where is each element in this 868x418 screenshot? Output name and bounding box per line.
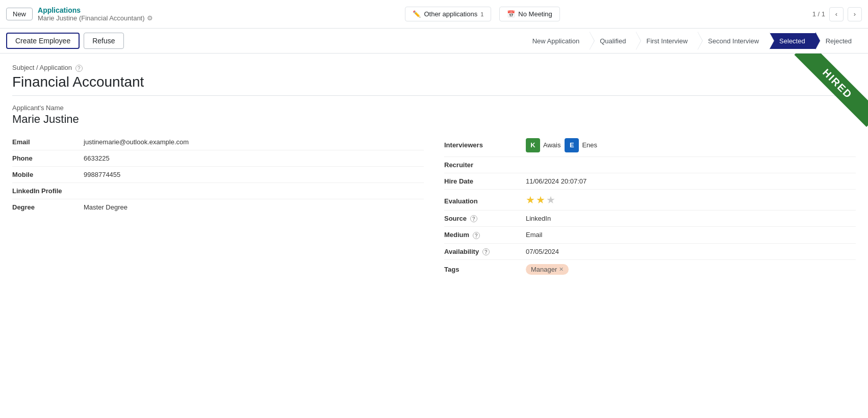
other-applications-count: 1 <box>480 11 483 17</box>
action-buttons-group: Create Employee Refuse <box>6 33 124 49</box>
email-row: Email justinemarie@outlook.example.com <box>12 134 424 150</box>
stage-second-interview[interactable]: Second Interview <box>698 33 769 49</box>
interviewer-enes: E Enes <box>565 138 597 152</box>
applicant-name-value[interactable]: Marie Justine <box>12 113 856 126</box>
interviewers-label: Interviewers <box>444 141 526 149</box>
manager-tag-close[interactable]: ✕ <box>559 266 564 273</box>
subject-title[interactable]: Financial Accountant <box>12 74 856 96</box>
top-bar: New Applications Marie Justine (Financia… <box>0 0 868 29</box>
calendar-icon: 📅 <box>507 10 515 18</box>
source-row: Source ? LinkedIn <box>444 211 856 227</box>
star-1[interactable]: ★ <box>526 194 535 206</box>
source-label: Source ? <box>444 215 526 223</box>
manager-tag: Manager ✕ <box>526 264 569 275</box>
interviewer-awais: K Awais <box>526 138 560 152</box>
interviewer-enes-name: Enes <box>582 141 597 149</box>
interviewer-badges: K Awais E Enes <box>526 138 856 152</box>
form-columns: Email justinemarie@outlook.example.com P… <box>12 134 856 279</box>
star-rating: ★ ★ ★ <box>526 194 856 206</box>
hire-date-value[interactable]: 11/06/2024 20:07:07 <box>526 177 856 185</box>
pagination-text: 1 / 1 <box>812 10 825 18</box>
top-bar-actions: ✏️ Other applications 1 📅 No Meeting <box>405 7 559 21</box>
edit-icon: ✏️ <box>413 10 421 18</box>
applicant-name-label: Applicant's Name <box>12 104 856 112</box>
avatar-enes[interactable]: E <box>565 138 579 152</box>
availability-label: Availability ? <box>444 248 526 256</box>
mobile-value[interactable]: 9988774455 <box>84 171 424 178</box>
mobile-label: Mobile <box>12 171 84 178</box>
medium-help-icon[interactable]: ? <box>473 232 480 239</box>
stage-rejected[interactable]: Rejected <box>815 33 862 49</box>
new-button[interactable]: New <box>6 8 33 20</box>
stage-new-application[interactable]: New Application <box>522 33 590 49</box>
medium-label: Medium ? <box>444 231 526 239</box>
pagination-area: 1 / 1 ‹ › <box>812 7 862 21</box>
main-content: HIRED Subject / Application ? Financial … <box>0 54 868 289</box>
no-meeting-button[interactable]: 📅 No Meeting <box>499 7 559 21</box>
availability-row: Availability ? 07/05/2024 <box>444 244 856 260</box>
hire-date-label: Hire Date <box>444 177 526 185</box>
evaluation-value: ★ ★ ★ <box>526 194 856 206</box>
breadcrumb-parent-link[interactable]: Applications <box>38 6 153 14</box>
degree-label: Degree <box>12 203 84 211</box>
mobile-row: Mobile 9988774455 <box>12 167 424 183</box>
tags-label: Tags <box>444 266 526 273</box>
hire-date-row: Hire Date 11/06/2024 20:07:07 <box>444 173 856 190</box>
star-3[interactable]: ★ <box>546 194 555 206</box>
breadcrumb-area: New Applications Marie Justine (Financia… <box>6 6 153 22</box>
other-applications-label: Other applications <box>424 10 477 18</box>
phone-row: Phone 6633225 <box>12 150 424 167</box>
degree-value[interactable]: Master Degree <box>84 203 424 211</box>
stage-selected[interactable]: Selected <box>769 33 815 49</box>
action-bar: Create Employee Refuse New Application Q… <box>0 29 868 54</box>
source-value[interactable]: LinkedIn <box>526 215 856 222</box>
prev-button[interactable]: ‹ <box>829 7 844 21</box>
email-label: Email <box>12 138 84 146</box>
create-employee-button[interactable]: Create Employee <box>6 33 80 49</box>
left-column: Email justinemarie@outlook.example.com P… <box>12 134 424 279</box>
no-meeting-label: No Meeting <box>518 10 552 18</box>
medium-row: Medium ? Email <box>444 227 856 244</box>
next-button[interactable]: › <box>848 7 862 21</box>
subject-help-icon[interactable]: ? <box>75 65 83 72</box>
evaluation-row: Evaluation ★ ★ ★ <box>444 190 856 211</box>
breadcrumb-current: Marie Justine (Financial Accountant) <box>38 14 145 22</box>
tags-row: Tags Manager ✕ <box>444 260 856 279</box>
degree-row: Degree Master Degree <box>12 199 424 215</box>
tags-value: Manager ✕ <box>526 264 856 275</box>
medium-value[interactable]: Email <box>526 231 856 239</box>
refuse-button[interactable]: Refuse <box>84 33 123 49</box>
gear-icon[interactable]: ⚙ <box>147 14 153 22</box>
subject-label: Subject / Application ? <box>12 64 856 72</box>
manager-tag-label: Manager <box>531 266 557 273</box>
avatar-awais[interactable]: K <box>526 138 540 152</box>
other-applications-button[interactable]: ✏️ Other applications 1 <box>405 7 491 21</box>
interviewer-awais-name: Awais <box>543 141 560 149</box>
stage-qualified[interactable]: Qualified <box>590 33 636 49</box>
applicant-name-field: Applicant's Name Marie Justine <box>12 104 856 126</box>
phone-label: Phone <box>12 154 84 162</box>
right-column: Interviewers K Awais E Enes Re <box>444 134 856 279</box>
linkedin-label: LinkedIn Profile <box>12 187 84 195</box>
email-value[interactable]: justinemarie@outlook.example.com <box>84 138 424 146</box>
recruiter-label: Recruiter <box>444 161 526 169</box>
interviewers-value: K Awais E Enes <box>526 138 856 152</box>
availability-value[interactable]: 07/05/2024 <box>526 248 856 255</box>
recruiter-row: Recruiter <box>444 157 856 173</box>
interviewers-row: Interviewers K Awais E Enes <box>444 134 856 157</box>
star-2[interactable]: ★ <box>536 194 545 206</box>
source-help-icon[interactable]: ? <box>470 215 477 222</box>
availability-help-icon[interactable]: ? <box>482 248 490 255</box>
pipeline-stages: New Application Qualified First Intervie… <box>522 33 862 49</box>
evaluation-label: Evaluation <box>444 197 526 205</box>
phone-value[interactable]: 6633225 <box>84 154 424 162</box>
linkedin-row: LinkedIn Profile <box>12 183 424 199</box>
stage-first-interview[interactable]: First Interview <box>636 33 698 49</box>
subject-field: Subject / Application ? Financial Accoun… <box>12 64 856 96</box>
